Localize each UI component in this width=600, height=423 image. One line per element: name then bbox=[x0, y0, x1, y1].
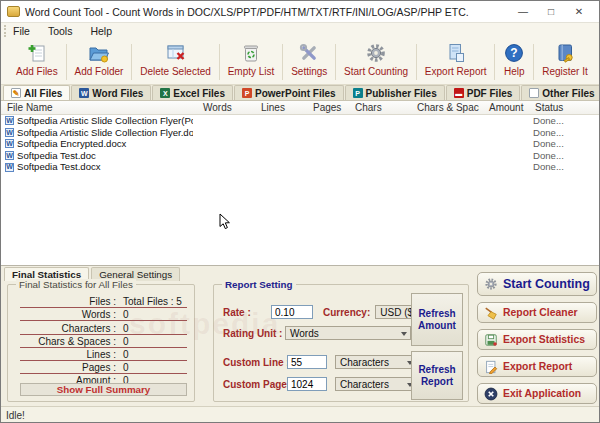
table-row[interactable]: WSoftpedia Test.docx Done... bbox=[1, 161, 599, 173]
add-files-icon bbox=[26, 42, 48, 64]
minimize-button[interactable]: — bbox=[509, 2, 537, 22]
tab-label: Word Files bbox=[92, 88, 143, 99]
file-type-tabs: ✎ All Files W Word Files X Excel Files P… bbox=[1, 85, 599, 101]
rate-input[interactable] bbox=[271, 305, 313, 319]
status-text: Idle! bbox=[6, 410, 25, 421]
action-buttons-panel: Start Counting Report Cleaner Export Sta… bbox=[477, 272, 597, 410]
stat-row-lines: Lines : 0 bbox=[20, 348, 187, 361]
custom-page-label: Custom Page : bbox=[223, 379, 287, 390]
menu-help[interactable]: Help bbox=[90, 25, 112, 37]
add-folder-button[interactable]: Add Folder bbox=[70, 41, 129, 83]
report-setting-group-title: Report Setting bbox=[222, 279, 296, 290]
column-header-pages[interactable]: Pages bbox=[303, 101, 345, 114]
stat-value: 0 bbox=[123, 336, 129, 347]
file-name: Softpedia Artistic Slide Collection Flye… bbox=[17, 127, 193, 139]
maximize-button[interactable]: □ bbox=[537, 2, 565, 22]
tab-excel-files[interactable]: X Excel Files bbox=[152, 85, 233, 100]
tab-all-files[interactable]: ✎ All Files bbox=[3, 85, 70, 100]
exit-application-button[interactable]: Exit Application bbox=[477, 383, 597, 404]
toolbar-label: Add Folder bbox=[75, 66, 124, 77]
title-bar[interactable]: Word Count Tool - Count Words in DOC/XLS… bbox=[1, 1, 599, 23]
powerpoint-files-icon: P bbox=[242, 88, 252, 98]
column-header-status[interactable]: Status bbox=[525, 101, 599, 114]
refresh-report-button[interactable]: Refresh Report bbox=[411, 351, 463, 400]
refresh-amount-button[interactable]: Refresh Amount bbox=[411, 293, 463, 346]
register-it-icon bbox=[554, 42, 576, 64]
tab-other-files[interactable]: Other Files bbox=[521, 85, 600, 100]
file-name: Softpedia Test.docx bbox=[17, 161, 101, 173]
show-full-summary-button[interactable]: Show Full Summary bbox=[20, 383, 187, 396]
export-statistics-button[interactable]: Export Statistics bbox=[477, 329, 597, 350]
menu-tools[interactable]: Tools bbox=[48, 25, 73, 37]
column-header-words[interactable]: Words bbox=[193, 101, 251, 114]
action-label: Export Report bbox=[503, 361, 572, 372]
help-button[interactable]: ? Help bbox=[498, 41, 530, 83]
table-row[interactable]: WSoftpedia Artistic Slide Collection Fly… bbox=[1, 127, 599, 139]
custom-page-unit-select[interactable]: Characters bbox=[335, 377, 417, 391]
toolbar-separator bbox=[66, 44, 67, 80]
final-statistics-group-title: Final Statistics for All Files bbox=[16, 279, 136, 290]
export-report-action-button[interactable]: Export Report bbox=[477, 356, 597, 377]
report-cleaner-button[interactable]: Report Cleaner bbox=[477, 302, 597, 323]
delete-selected-button[interactable]: Delete Selected bbox=[135, 41, 216, 83]
action-label: Start Counting bbox=[503, 277, 590, 291]
start-counting-button[interactable]: Start Counting bbox=[339, 41, 413, 83]
custom-line-input[interactable] bbox=[287, 355, 327, 369]
empty-list-icon bbox=[240, 42, 262, 64]
tab-pdf-files[interactable]: ▬ PDF Files bbox=[446, 85, 521, 100]
tab-label: PDF Files bbox=[467, 88, 513, 99]
empty-list-button[interactable]: Empty List bbox=[223, 41, 280, 83]
export-statistics-icon bbox=[484, 333, 498, 347]
stat-row-characters: Characters : 0 bbox=[20, 321, 187, 334]
exit-icon bbox=[484, 387, 498, 401]
stat-row-words: Words : 0 bbox=[20, 308, 187, 321]
word-files-icon: W bbox=[79, 88, 89, 98]
tab-publisher-files[interactable]: P Publisher Files bbox=[345, 85, 445, 100]
help-icon: ? bbox=[503, 42, 525, 64]
custom-line-unit-select[interactable]: Characters bbox=[335, 355, 417, 369]
column-header-amount[interactable]: Amount bbox=[479, 101, 525, 114]
column-header-lines[interactable]: Lines bbox=[251, 101, 303, 114]
export-report-doc-icon bbox=[484, 360, 498, 374]
stat-label: Lines : bbox=[20, 349, 116, 360]
action-label: Exit Application bbox=[503, 388, 581, 399]
file-list-header: File Name Words Lines Pages Chars Chars … bbox=[1, 101, 599, 115]
toolbar-label: Register It bbox=[542, 66, 588, 77]
menu-grip bbox=[4, 25, 7, 37]
menu-file[interactable]: File bbox=[13, 25, 30, 37]
file-status: Done... bbox=[525, 150, 599, 162]
window-title: Word Count Tool - Count Words in DOC/XLS… bbox=[25, 6, 469, 18]
start-counting-action-button[interactable]: Start Counting bbox=[477, 272, 597, 296]
table-row[interactable]: WSoftpedia Test.doc Done... bbox=[1, 150, 599, 162]
toolbar-label: Delete Selected bbox=[140, 66, 211, 77]
add-files-button[interactable]: Add Files bbox=[11, 41, 63, 83]
table-row[interactable]: WSoftpedia Encrypted.docx Done... bbox=[1, 138, 599, 150]
settings-button[interactable]: Settings bbox=[286, 41, 332, 83]
column-header-chars-spaces[interactable]: Chars & Spaces bbox=[407, 101, 479, 114]
tab-word-files[interactable]: W Word Files bbox=[71, 85, 151, 100]
stat-row-chars-spaces: Chars & Spaces : 0 bbox=[20, 335, 187, 348]
rating-unit-row: Rating Unit : Words bbox=[223, 326, 411, 340]
toolbar-separator bbox=[494, 44, 495, 80]
toolbar-separator bbox=[335, 44, 336, 80]
export-report-button[interactable]: Export Report bbox=[420, 41, 492, 83]
rating-unit-select[interactable]: Words bbox=[285, 326, 411, 340]
other-files-icon bbox=[529, 88, 539, 98]
table-row[interactable]: WSoftpedia Artistic Slide Collection Fly… bbox=[1, 115, 599, 127]
tab-label: Excel Files bbox=[173, 88, 225, 99]
tab-powerpoint-files[interactable]: P PowerPoint Files bbox=[234, 85, 344, 100]
stat-value: Total Files : 5 bbox=[123, 296, 182, 307]
file-list: File Name Words Lines Pages Chars Chars … bbox=[1, 101, 599, 266]
toolbar-label: Empty List bbox=[228, 66, 275, 77]
custom-page-row: Custom Page : Characters bbox=[223, 377, 417, 391]
column-header-file-name[interactable]: File Name bbox=[1, 101, 193, 114]
report-setting-group: Report Setting Rate : Currency: USD ($) … bbox=[213, 284, 469, 402]
stat-label: Words : bbox=[20, 309, 116, 320]
window-controls: — □ ✕ bbox=[509, 2, 593, 22]
register-it-button[interactable]: Register It bbox=[537, 41, 593, 83]
close-button[interactable]: ✕ bbox=[565, 2, 593, 22]
broom-icon bbox=[484, 306, 498, 320]
column-header-chars[interactable]: Chars bbox=[345, 101, 407, 114]
custom-page-input[interactable] bbox=[287, 377, 327, 391]
toolbar-separator bbox=[282, 44, 283, 80]
